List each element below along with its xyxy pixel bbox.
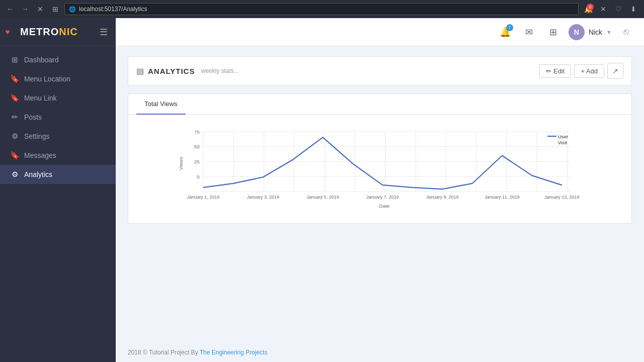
chart-area: 75 50 25 0 Views January 1, 2019 January… <box>128 115 631 223</box>
analytics-icon: ⚙ <box>10 170 19 179</box>
topbar: 🔔 7 ✉ ⊞ N Nick ▼ ⎋ <box>116 18 644 46</box>
sidebar-label-analytics: Analytics <box>24 170 52 178</box>
sidebar-item-menu-link[interactable]: 🔖 Menu Link <box>0 88 116 108</box>
lock-icon: 🌐 <box>69 6 76 13</box>
analytics-chart: 75 50 25 0 Views January 1, 2019 January… <box>136 123 623 213</box>
page-header-actions: ✏ Edit + Add ↗ <box>539 63 623 79</box>
posts-icon: ✏ <box>10 113 19 122</box>
settings-icon: ⚙ <box>10 132 19 141</box>
add-button[interactable]: + Add <box>574 64 604 78</box>
sidebar-label-messages: Messages <box>24 151 56 159</box>
tabs-icon: ⊞ <box>49 3 61 15</box>
topbar-caret-icon: ▼ <box>606 29 612 35</box>
sidebar-item-analytics[interactable]: ⚙ Analytics <box>0 165 116 184</box>
svg-text:January 7, 2019: January 7, 2019 <box>366 195 399 200</box>
menu-link-icon: 🔖 <box>10 94 19 103</box>
svg-text:January 5, 2019: January 5, 2019 <box>306 195 339 200</box>
topbar-user[interactable]: N Nick ▼ <box>569 24 612 40</box>
menu-location-icon: 🔖 <box>10 74 19 83</box>
forward-button[interactable]: → <box>19 3 31 15</box>
messages-icon: 🔖 <box>10 151 19 160</box>
browser-chrome: ← → ✕ ⊞ 🌐 localhost:50137/Analytics 🔔 0 … <box>0 0 644 18</box>
topbar-apps-button[interactable]: ⊞ <box>544 23 562 41</box>
sidebar-label-posts: Posts <box>24 113 42 121</box>
sidebar-header: ♥ METRONIC ☰ <box>0 18 116 46</box>
page-header: ▤ ANALYTICS weekly stats... ✏ Edit + Add… <box>128 56 632 85</box>
topbar-username: Nick <box>589 28 602 36</box>
sidebar-logo: METRONIC <box>20 26 78 38</box>
browser-actions: 🔔 0 ✕ ♡ ⬇ <box>582 3 640 16</box>
edit-button[interactable]: ✏ Edit <box>539 64 571 78</box>
sidebar-heart-icon: ♥ <box>0 18 15 46</box>
sidebar-toggle-button[interactable]: ☰ <box>100 27 108 38</box>
page-header-left: ▤ ANALYTICS weekly stats... <box>136 66 239 76</box>
analytics-header-icon: ▤ <box>136 66 144 76</box>
svg-text:Date: Date <box>379 203 390 209</box>
topbar-notifications-button[interactable]: 🔔 7 <box>496 23 514 41</box>
tab-total-views-label: Total Views <box>144 100 178 108</box>
sidebar-label-menu-location: Menu Location <box>24 75 70 83</box>
page-subtitle: weekly stats... <box>201 67 238 74</box>
sidebar-item-dashboard[interactable]: ⊞ Dashboard <box>0 50 116 69</box>
add-label: + Add <box>581 67 598 75</box>
browser-x-button[interactable]: ✕ <box>597 3 610 16</box>
browser-notifications-button[interactable]: 🔔 0 <box>582 3 595 16</box>
avatar: N <box>569 24 585 40</box>
svg-text:January 13, 2019: January 13, 2019 <box>544 195 580 200</box>
topbar-signout-button[interactable]: ⎋ <box>618 24 634 40</box>
url-bar[interactable]: 🌐 localhost:50137/Analytics <box>64 3 579 15</box>
svg-text:75: 75 <box>194 129 200 135</box>
svg-text:January 3, 2019: January 3, 2019 <box>247 195 280 200</box>
topbar-notifications-badge: 7 <box>506 24 513 31</box>
browser-download-button[interactable]: ⬇ <box>627 3 640 16</box>
svg-text:25: 25 <box>194 159 200 164</box>
back-button[interactable]: ← <box>4 3 16 15</box>
app-layout: ♥ METRONIC ☰ ⊞ Dashboard 🔖 Menu Location… <box>0 18 644 362</box>
sidebar: ♥ METRONIC ☰ ⊞ Dashboard 🔖 Menu Location… <box>0 18 116 362</box>
tab-total-views[interactable]: Total Views <box>136 94 186 115</box>
sidebar-item-settings[interactable]: ⚙ Settings <box>0 127 116 146</box>
svg-text:50: 50 <box>194 144 200 149</box>
dashboard-icon: ⊞ <box>10 55 19 64</box>
sidebar-nav: ⊞ Dashboard 🔖 Menu Location 🔖 Menu Link … <box>0 46 116 362</box>
sidebar-label-menu-link: Menu Link <box>24 94 57 102</box>
page-footer: 2018 © Tutorial Project By The Engineeri… <box>116 343 644 362</box>
browser-badge: 0 <box>587 4 594 11</box>
page-title: ANALYTICS <box>148 67 195 75</box>
sidebar-label-dashboard: Dashboard <box>24 56 59 64</box>
svg-text:Visit: Visit <box>558 140 568 145</box>
main-content: 🔔 7 ✉ ⊞ N Nick ▼ ⎋ ▤ ANALYTICS <box>116 18 644 362</box>
stop-button[interactable]: ✕ <box>34 3 46 15</box>
svg-text:User: User <box>558 134 569 139</box>
browser-heart-button[interactable]: ♡ <box>612 3 625 16</box>
topbar-messages-button[interactable]: ✉ <box>520 23 538 41</box>
svg-text:January 9, 2019: January 9, 2019 <box>426 195 459 200</box>
sidebar-label-settings: Settings <box>24 132 50 140</box>
sidebar-item-messages[interactable]: 🔖 Messages <box>0 146 116 165</box>
sidebar-item-menu-location[interactable]: 🔖 Menu Location <box>0 69 116 88</box>
svg-text:January 11, 2019: January 11, 2019 <box>485 195 520 200</box>
sidebar-item-posts[interactable]: ✏ Posts <box>0 108 116 127</box>
page-content: ▤ ANALYTICS weekly stats... ✏ Edit + Add… <box>116 46 644 343</box>
svg-text:Views: Views <box>178 157 184 170</box>
edit-label: Edit <box>553 67 565 75</box>
svg-text:0: 0 <box>197 174 200 179</box>
footer-text: 2018 © Tutorial Project By <box>128 349 200 356</box>
chart-tabs: Total Views <box>128 94 631 115</box>
share-button[interactable]: ↗ <box>607 63 623 79</box>
edit-icon: ✏ <box>546 67 551 75</box>
url-text: localhost:50137/Analytics <box>79 6 147 13</box>
svg-text:January 1, 2019: January 1, 2019 <box>187 195 220 200</box>
chart-card: Total Views <box>128 94 632 224</box>
share-icon: ↗ <box>612 67 618 75</box>
footer-link[interactable]: The Engineering Projects <box>200 349 268 356</box>
